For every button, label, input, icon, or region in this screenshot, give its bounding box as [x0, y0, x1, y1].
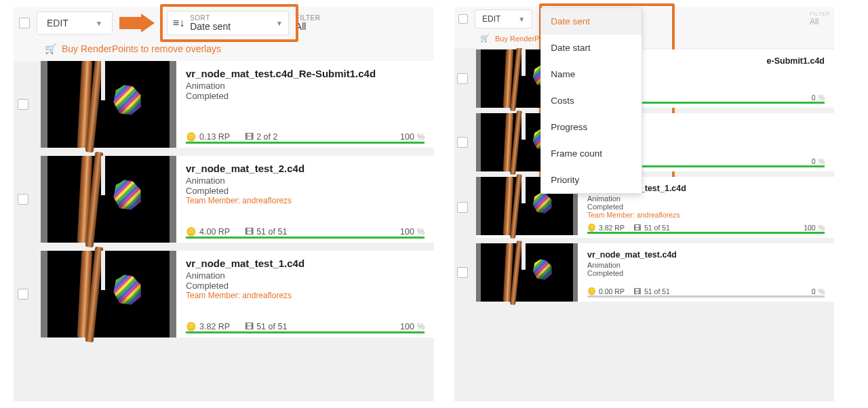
job-row[interactable]: vr_node_mat_test.c4d_Re-Submit1.c4d Anim… [41, 61, 434, 148]
job-thumbnail [41, 156, 176, 243]
edit-button[interactable]: EDIT ▼ [475, 9, 532, 28]
progress-bar [587, 232, 825, 234]
row-checkbox[interactable] [457, 267, 468, 278]
progress-stat: 100 % [400, 132, 425, 142]
job-stats: 🪙0.00 RP 🎞51 of 51 0 % [587, 283, 825, 295]
frames-icon: 🎞 [245, 227, 254, 237]
percent-icon: % [417, 322, 425, 331]
job-team: Team Member: andreaflorezs [186, 291, 425, 300]
buy-message: Buy RenderPoints to remove overlays [62, 43, 221, 54]
sort-value: Date sent [190, 22, 231, 32]
buy-renderpoints-link[interactable]: 🛒 Buy RenderPoints to remove overlays [14, 39, 434, 61]
percent-icon: % [417, 132, 425, 142]
progress-stat: 0 % [812, 94, 825, 102]
row-checkbox[interactable] [457, 137, 468, 148]
sort-option-priority[interactable]: Priority [541, 167, 642, 193]
cost-stat: 🪙0.00 RP [587, 287, 625, 295]
sort-option-date-sent[interactable]: Date sent [541, 8, 642, 35]
job-type: Animation [186, 270, 425, 281]
progress-stat: 0 % [812, 157, 825, 165]
filter-control[interactable]: FILTER All [810, 12, 830, 26]
percent-icon: % [417, 227, 425, 237]
frames-stat: 🎞2 of 2 [245, 132, 277, 142]
sort-option-progress[interactable]: Progress [541, 114, 642, 140]
row-checkbox[interactable] [18, 99, 28, 110]
sort-icon: ≡↓ [173, 17, 184, 29]
row-checkbox[interactable] [457, 202, 468, 213]
cost-stat: 🪙4.00 RP [186, 226, 230, 237]
sort-option-costs[interactable]: Costs [541, 87, 642, 114]
progress-stat: 100 % [804, 224, 825, 232]
filter-value: All [296, 22, 321, 32]
chevron-down-icon: ▼ [96, 20, 102, 27]
filter-value: All [810, 18, 830, 26]
cart-icon: 🛒 [45, 43, 56, 54]
sort-option-frame-count[interactable]: Frame count [541, 140, 642, 167]
job-list: e-Submit1.c4d 0 % 0 % [454, 48, 834, 401]
job-row[interactable]: vr_node_mat_test.c4d Animation Completed… [476, 243, 834, 302]
percent-icon: % [818, 157, 825, 165]
job-row[interactable]: 0 % [476, 113, 834, 171]
job-title: vr_node_mat_test.c4d_Re-Submit1.c4d [186, 68, 425, 79]
job-status: Completed [186, 186, 425, 196]
edit-label: EDIT [47, 18, 68, 28]
panel-sort-closed: EDIT ▼ ≡↓ SORT Date sent ▼ FILTER All 🛒 … [14, 7, 434, 401]
row-checkbox[interactable] [457, 73, 468, 84]
panel-sort-open: EDIT ▼ ≡↓ Date sent Date start Name Cost… [454, 7, 834, 401]
job-row[interactable]: vr_node_mat_test_1.c4d Animation Complet… [41, 251, 434, 338]
job-row[interactable]: vr_node_mat_test_2.c4d Animation Complet… [41, 156, 434, 243]
frames-icon: 🎞 [634, 224, 642, 232]
cost-stat: 🪙3.82 RP [186, 321, 230, 331]
job-list: vr_node_mat_test.c4d_Re-Submit1.c4d Anim… [14, 61, 434, 401]
chevron-down-icon: ▼ [518, 16, 525, 23]
callout-arrow-icon [119, 11, 160, 35]
sort-option-name[interactable]: Name [541, 61, 642, 87]
cost-stat: 🪙0.13 RP [186, 131, 230, 142]
edit-label: EDIT [482, 14, 500, 24]
job-thumbnail [476, 243, 578, 302]
percent-icon: % [818, 224, 825, 232]
frames-icon: 🎞 [245, 322, 254, 331]
job-type: Animation [587, 195, 825, 203]
toolbar: EDIT ▼ ≡↓ Date sent Date start Name Cost… [454, 7, 834, 31]
job-stats: 🪙4.00 RP 🎞51 of 51 100 % [186, 222, 425, 237]
buy-renderpoints-link[interactable]: 🛒 Buy RenderPoints to remove overlays [454, 31, 834, 48]
percent-icon: % [818, 94, 825, 102]
coin-icon: 🪙 [186, 321, 197, 331]
frames-icon: 🎞 [245, 132, 254, 142]
progress-bar [186, 142, 425, 144]
progress-stat: 100 % [400, 227, 425, 237]
sort-option-date-start[interactable]: Date start [541, 35, 642, 61]
job-team: Team Member: andreaflorezs [587, 211, 825, 219]
job-type: Animation [186, 176, 425, 186]
job-row[interactable]: e-Submit1.c4d 0 % [476, 49, 834, 108]
coin-icon: 🪙 [186, 226, 197, 237]
select-all-checkbox[interactable] [458, 14, 468, 24]
row-checkbox[interactable] [18, 194, 28, 205]
job-stats: 🪙0.13 RP 🎞2 of 2 100 % [186, 127, 425, 142]
coin-icon: 🪙 [587, 223, 596, 232]
progress-bar [587, 295, 825, 298]
cost-stat: 🪙3.82 RP [587, 223, 625, 232]
job-status: Completed [587, 269, 825, 277]
job-title: vr_node_mat_test_1.c4d [186, 258, 425, 269]
coin-icon: 🪙 [587, 287, 596, 295]
chevron-down-icon: ▼ [276, 20, 283, 27]
filter-control[interactable]: FILTER All [296, 14, 321, 32]
progress-bar [186, 237, 425, 239]
row-checkbox[interactable] [18, 289, 28, 300]
job-thumbnail [41, 61, 176, 148]
job-title: vr_node_mat_test_2.c4d [186, 163, 425, 174]
frames-stat: 🎞51 of 51 [634, 287, 670, 295]
job-status: Completed [186, 91, 425, 101]
frames-stat: 🎞51 of 51 [245, 322, 287, 331]
percent-icon: % [818, 287, 825, 295]
job-team: Team Member: andreaflorezs [186, 196, 425, 205]
job-row[interactable]: vr_node_mat_test_1.c4d Animation Complet… [476, 177, 834, 238]
edit-button[interactable]: EDIT ▼ [37, 12, 113, 35]
frames-icon: 🎞 [634, 287, 642, 295]
select-all-checkbox[interactable] [19, 18, 30, 28]
job-status: Completed [587, 203, 825, 211]
sort-dropdown[interactable]: ≡↓ SORT Date sent ▼ [167, 11, 289, 35]
job-title: vr_node_mat_test.c4d [587, 250, 825, 260]
